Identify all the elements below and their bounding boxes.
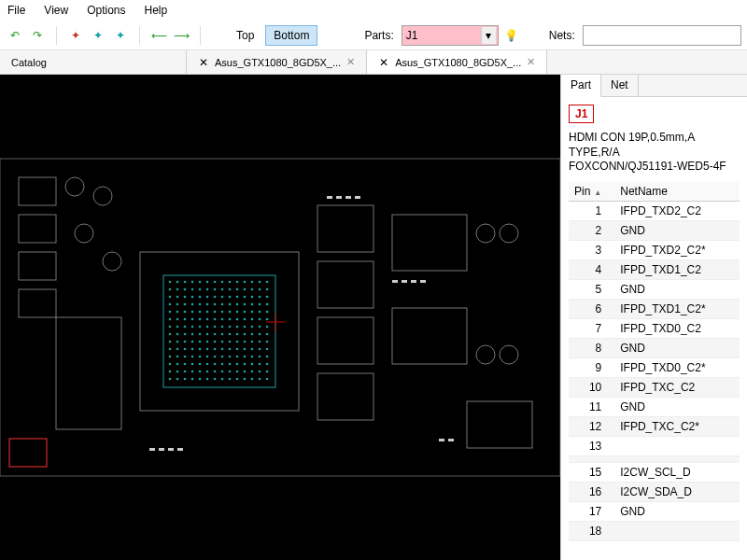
- svg-point-163: [251, 341, 254, 343]
- svg-point-50: [244, 281, 247, 284]
- table-row[interactable]: 6IFPD_TXD1_C2*: [569, 299, 740, 318]
- pin-number: 11: [569, 397, 614, 416]
- svg-point-144: [214, 333, 217, 336]
- highlight-b-icon[interactable]: ✦: [111, 26, 130, 45]
- svg-point-72: [199, 296, 202, 299]
- svg-point-120: [244, 318, 247, 321]
- highlight-off-icon[interactable]: ✦: [66, 26, 85, 45]
- side-tab-net[interactable]: Net: [601, 75, 639, 96]
- pin-number: 4: [569, 259, 614, 279]
- pin-netname: IFPD_TXC_C2*: [614, 416, 740, 436]
- pin-netname: IFPD_TXD1_C2*: [614, 299, 740, 318]
- svg-point-147: [236, 333, 239, 336]
- svg-point-186: [214, 356, 217, 358]
- arrow-left-icon[interactable]: ⟵: [149, 26, 168, 45]
- table-row[interactable]: 15I2CW_SCL_D: [569, 462, 740, 482]
- svg-point-235: [266, 378, 269, 381]
- pcb-canvas[interactable]: // add BGA grid dots after DOM ready — k…: [0, 75, 560, 560]
- table-row[interactable]: 5GND: [569, 279, 740, 299]
- svg-point-70: [184, 296, 187, 299]
- menu-help[interactable]: Help: [141, 2, 172, 19]
- svg-point-85: [191, 303, 194, 306]
- menu-view[interactable]: View: [40, 2, 72, 19]
- svg-point-178: [259, 348, 261, 351]
- layer-top-toggle[interactable]: Top: [229, 26, 261, 45]
- bulb-icon[interactable]: 💡: [502, 26, 521, 45]
- chevron-down-icon[interactable]: ▾: [481, 27, 496, 44]
- svg-point-151: [266, 333, 269, 336]
- highlight-a-icon[interactable]: ✦: [89, 26, 107, 45]
- table-row[interactable]: [569, 455, 740, 462]
- table-row[interactable]: 4IFPD_TXD1_C2: [569, 259, 740, 279]
- side-tab-part[interactable]: Part: [561, 75, 601, 97]
- table-row[interactable]: 9IFPD_TXD0_C2*: [569, 357, 740, 377]
- table-row[interactable]: 1IFPD_TXD2_C2: [569, 201, 740, 220]
- tab-board-1[interactable]: ✕ Asus_GTX1080_8GD5X_... ✕: [187, 50, 367, 74]
- tab-board-2[interactable]: ✕ Asus_GTX1080_8GD5X_... ✕: [367, 50, 547, 74]
- svg-point-207: [266, 363, 269, 366]
- svg-point-202: [229, 363, 232, 366]
- svg-point-142: [199, 333, 202, 336]
- svg-point-132: [229, 326, 232, 329]
- pin-number: 17: [569, 501, 614, 521]
- menu-file[interactable]: File: [4, 2, 29, 19]
- svg-point-108: [259, 311, 261, 314]
- svg-point-56: [184, 288, 187, 291]
- table-row[interactable]: 10IFPD_TXC_C2: [569, 377, 740, 397]
- arrow-right-icon[interactable]: ⟶: [172, 26, 190, 45]
- table-row[interactable]: 8GND: [569, 338, 740, 357]
- col-netname[interactable]: NetName: [614, 182, 740, 202]
- pin-netname: IFPD_TXD2_C2: [614, 201, 740, 220]
- pin-number: 16: [569, 482, 614, 501]
- toolbar: ↶ ↷ ✦ ✦ ✦ ⟵ ⟶ Top Bottom Parts: J1 ▾ 💡 N…: [0, 21, 747, 50]
- svg-point-225: [191, 378, 194, 381]
- table-row[interactable]: 13: [569, 436, 740, 455]
- nets-input[interactable]: [583, 25, 741, 46]
- table-row[interactable]: 2GND: [569, 220, 740, 240]
- table-row[interactable]: 16I2CW_SDA_D: [569, 482, 740, 501]
- close-icon[interactable]: ✕: [527, 56, 535, 68]
- svg-rect-24: [336, 196, 342, 199]
- tab-board-2-label: Asus_GTX1080_8GD5X_...: [395, 57, 521, 68]
- svg-point-40: [169, 281, 172, 284]
- svg-point-58: [199, 288, 202, 291]
- nets-label: Nets:: [545, 29, 579, 42]
- close-icon[interactable]: ✕: [346, 56, 355, 68]
- svg-point-98: [184, 311, 187, 314]
- layer-bottom-toggle[interactable]: Bottom: [265, 25, 317, 46]
- svg-point-135: [251, 326, 254, 329]
- svg-point-43: [191, 281, 194, 284]
- svg-point-110: [169, 318, 172, 321]
- parts-combo[interactable]: J1 ▾: [402, 25, 499, 46]
- svg-point-48: [229, 281, 232, 284]
- svg-point-148: [244, 333, 247, 336]
- table-row[interactable]: 3IFPD_TXD2_C2*: [569, 240, 740, 259]
- table-row[interactable]: 17GND: [569, 501, 740, 521]
- tab-catalog[interactable]: Catalog: [0, 50, 187, 74]
- svg-point-45: [206, 281, 209, 284]
- undo-rotate-left-icon[interactable]: ↶: [6, 26, 24, 45]
- svg-point-88: [214, 303, 217, 306]
- svg-point-77: [236, 296, 239, 299]
- table-row[interactable]: 12IFPD_TXC_C2*: [569, 416, 740, 436]
- part-desc-line2: FOXCONN/QJ51191-WED5-4F: [569, 160, 740, 175]
- svg-point-53: [266, 281, 269, 284]
- svg-point-175: [236, 348, 239, 351]
- part-reference[interactable]: J1: [569, 105, 594, 123]
- table-row[interactable]: 7IFPD_TXD0_C2: [569, 318, 740, 338]
- svg-point-185: [206, 356, 209, 358]
- redo-rotate-right-icon[interactable]: ↷: [28, 26, 47, 45]
- menu-options[interactable]: Options: [83, 2, 129, 19]
- svg-point-164: [259, 341, 261, 343]
- svg-point-115: [206, 318, 209, 321]
- svg-point-154: [184, 341, 187, 343]
- table-row[interactable]: 11GND: [569, 397, 740, 416]
- pin-netname: IFPD_TXD2_C2*: [614, 240, 740, 259]
- svg-point-231: [236, 378, 239, 381]
- table-row[interactable]: 18: [569, 521, 740, 540]
- svg-point-193: [266, 356, 269, 358]
- svg-point-218: [244, 371, 247, 373]
- svg-point-232: [244, 378, 247, 381]
- svg-point-44: [199, 281, 202, 284]
- col-pin[interactable]: Pin▲: [569, 182, 614, 202]
